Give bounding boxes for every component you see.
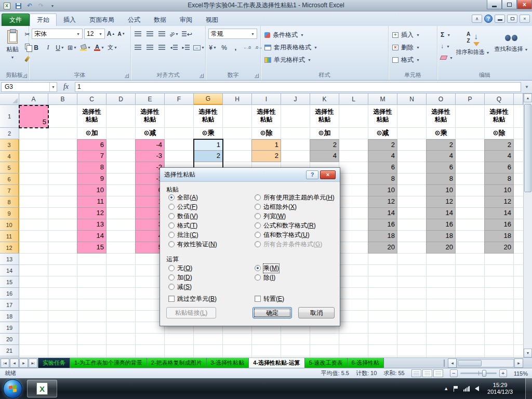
column-header-C[interactable]: C	[77, 94, 107, 105]
column-header-J[interactable]: J	[281, 94, 310, 105]
collapse-ribbon-icon[interactable]: ∧	[472, 15, 482, 23]
cell-M4[interactable]: 4	[368, 151, 397, 162]
clipboard-dialog-launcher-icon[interactable]	[23, 74, 27, 78]
row-header-17[interactable]: 17	[0, 299, 19, 311]
horizontal-scroll-track[interactable]	[457, 359, 514, 367]
paste-option-4[interactable]: 批注(C)	[168, 230, 217, 240]
cell-M12[interactable]: 20	[368, 242, 397, 254]
workbook-restore-icon[interactable]	[507, 15, 517, 23]
italic-icon[interactable]: I	[44, 43, 52, 52]
excel-logo-icon[interactable]: X	[2, 2, 11, 10]
row-header-21[interactable]: 21	[0, 345, 19, 356]
column-header-Q[interactable]: Q	[485, 94, 514, 105]
scroll-down-icon[interactable]: ▼	[524, 349, 532, 357]
column-header-B[interactable]: B	[48, 94, 77, 105]
scroll-left-icon[interactable]: ◀	[448, 358, 457, 368]
number-format-combo[interactable]: 常规▼	[208, 29, 257, 39]
vertical-scroll-thumb[interactable]	[524, 104, 531, 192]
cell-I2[interactable]: ⊙除	[252, 128, 281, 139]
align-center-icon[interactable]	[145, 43, 154, 52]
cell-M3[interactable]: 2	[368, 139, 397, 151]
cell-M10[interactable]: 16	[368, 219, 397, 231]
row-header-3[interactable]: 3	[0, 139, 19, 151]
row-header-16[interactable]: 16	[0, 288, 19, 299]
operation-option-1[interactable]: 加(D)	[168, 273, 192, 282]
tab-review[interactable]: 审阅	[173, 14, 199, 26]
cell-styles-button[interactable]: 单元格样式▼	[264, 54, 311, 65]
page-break-view-icon[interactable]	[433, 369, 443, 377]
column-header-A[interactable]: A	[19, 94, 48, 105]
accounting-format-icon[interactable]: ¥▼	[208, 43, 217, 52]
zoom-slider[interactable]	[460, 373, 497, 374]
format-as-table-button[interactable]: 套用表格格式▼	[264, 42, 317, 53]
column-header-K[interactable]: K	[310, 94, 339, 105]
cell-C2[interactable]: ⊙加	[77, 128, 106, 139]
row-header-12[interactable]: 12	[0, 242, 19, 254]
cell-E2[interactable]: ⊙减	[136, 128, 164, 139]
cell-G1[interactable]: 选择性 粘贴	[194, 105, 222, 127]
cell-C4[interactable]: 7	[77, 151, 107, 162]
cell-O2[interactable]: ⊙乘	[427, 128, 455, 139]
paste-option-1[interactable]: 公式(F)	[168, 202, 217, 211]
align-middle-icon[interactable]	[145, 29, 154, 39]
next-sheet-icon[interactable]: ▶	[19, 358, 28, 368]
cell-Q2[interactable]: ⊙除	[485, 128, 513, 139]
tab-view[interactable]: 视图	[199, 14, 225, 26]
cell-Q11[interactable]: 18	[484, 231, 514, 242]
workbook-minimize-icon[interactable]	[495, 15, 505, 23]
column-header-H[interactable]: H	[223, 94, 252, 105]
row-header-20[interactable]: 20	[0, 334, 19, 345]
tab-page-layout[interactable]: 页面布局	[83, 14, 121, 26]
select-all-corner[interactable]	[0, 94, 19, 105]
cell-Q9[interactable]: 14	[484, 208, 514, 219]
cell-A1[interactable]: 5	[19, 105, 48, 128]
sort-filter-button[interactable]: AZ↓ 排序和筛选 ▼	[454, 29, 491, 71]
operation-option-right-1[interactable]: 除(I)	[255, 273, 279, 282]
column-header-N[interactable]: N	[397, 94, 427, 105]
percent-style-icon[interactable]: %	[220, 43, 229, 52]
cell-K2[interactable]: ⊙加	[310, 128, 339, 139]
tab-data[interactable]: 数据	[147, 14, 173, 26]
cell-M9[interactable]: 14	[368, 208, 397, 219]
align-top-icon[interactable]	[134, 29, 142, 39]
zoom-slider-thumb[interactable]	[482, 370, 486, 377]
increase-font-icon[interactable]: A▲	[107, 29, 115, 39]
ok-button[interactable]: 确定	[252, 307, 292, 318]
skip-blanks-checkbox[interactable]: 跳过空单元(B)	[168, 295, 217, 303]
orientation-icon[interactable]: ab▼	[169, 29, 179, 39]
clear-button[interactable]: ▼	[441, 52, 453, 63]
align-right-icon[interactable]	[157, 43, 166, 52]
cell-M8[interactable]: 12	[368, 196, 397, 208]
cell-E4[interactable]: -3	[135, 151, 165, 162]
cell-O7[interactable]: 10	[426, 185, 456, 196]
row-header-15[interactable]: 15	[0, 276, 19, 288]
cell-Q7[interactable]: 10	[484, 185, 514, 196]
font-name-combo[interactable]: 宋体▼	[32, 29, 83, 39]
cell-M1[interactable]: 选择性 粘贴	[368, 105, 397, 127]
sheet-tab-0[interactable]: 实验任务	[38, 358, 70, 368]
decrease-font-icon[interactable]: A▼	[117, 29, 126, 39]
action-center-flag-icon[interactable]	[454, 386, 458, 392]
workbook-close-icon[interactable]: ×	[520, 15, 530, 23]
close-button[interactable]: ×	[517, 0, 532, 9]
cell-Q12[interactable]: 20	[484, 242, 514, 254]
row-header-5[interactable]: 5	[0, 162, 19, 174]
increase-indent-icon[interactable]: ▸	[181, 43, 190, 52]
row-header-14[interactable]: 14	[0, 265, 19, 276]
taskbar-excel-button[interactable]: X	[27, 380, 57, 397]
cell-O11[interactable]: 18	[426, 231, 456, 242]
cell-E1[interactable]: 选择性 粘贴	[136, 105, 164, 127]
row-header-7[interactable]: 7	[0, 185, 19, 196]
show-desktop-button[interactable]	[525, 378, 532, 399]
delete-cells-button[interactable]: ×删除▼	[392, 42, 420, 53]
font-size-combo[interactable]: 12▼	[84, 29, 105, 39]
row-header-11[interactable]: 11	[0, 231, 19, 242]
cell-O9[interactable]: 14	[426, 208, 456, 219]
row-header-1[interactable]: 1	[0, 105, 19, 128]
cell-M5[interactable]: 6	[368, 162, 397, 174]
taskbar-clock[interactable]: 15:29 2014/12/3	[484, 382, 516, 395]
align-left-icon[interactable]	[134, 43, 142, 52]
row-header-13[interactable]: 13	[0, 254, 19, 265]
transpose-checkbox[interactable]: 转置(E)	[255, 295, 284, 303]
cell-Q3[interactable]: 2	[484, 139, 514, 151]
